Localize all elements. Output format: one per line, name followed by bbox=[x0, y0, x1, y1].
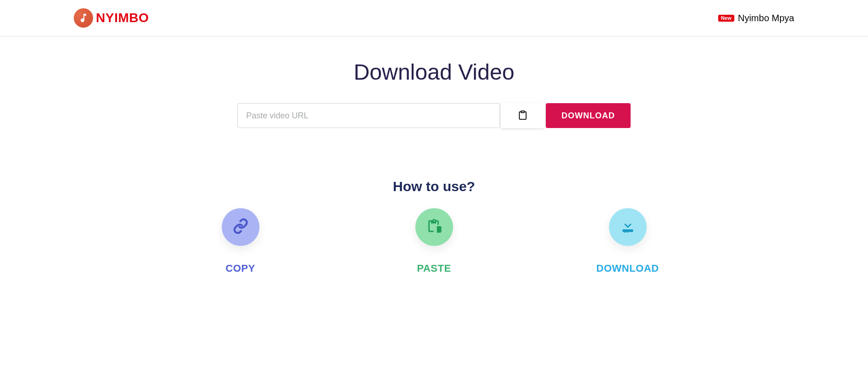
paste-button[interactable] bbox=[501, 103, 545, 128]
how-to-use-title: How to use? bbox=[167, 179, 702, 194]
step-download-circle bbox=[609, 208, 647, 246]
link-icon bbox=[233, 218, 248, 236]
download-button[interactable]: DOWNLOAD bbox=[546, 103, 631, 128]
site-header: NYIMBO New Nyimbo Mpya bbox=[0, 0, 868, 36]
video-url-input[interactable] bbox=[237, 103, 500, 128]
url-input-row: DOWNLOAD bbox=[167, 103, 702, 128]
logo-text: NYIMBO bbox=[96, 11, 149, 25]
new-badge: New bbox=[718, 15, 734, 22]
step-paste: PASTE bbox=[374, 208, 494, 274]
page-title: Download Video bbox=[167, 59, 702, 85]
svg-rect-1 bbox=[622, 229, 633, 232]
svg-rect-0 bbox=[521, 111, 524, 112]
step-download: DOWNLOAD bbox=[568, 208, 688, 274]
steps-row: COPY PASTE bbox=[181, 208, 688, 274]
nav-link-label: Nyimbo Mpya bbox=[738, 13, 794, 23]
main-content: Download Video DOWNLOAD How to use? bbox=[158, 36, 711, 302]
download-icon bbox=[620, 218, 636, 236]
paste-icon bbox=[426, 218, 442, 236]
step-copy-label: COPY bbox=[225, 263, 255, 274]
step-paste-label: PASTE bbox=[417, 263, 451, 274]
logo[interactable]: NYIMBO bbox=[74, 8, 149, 28]
step-copy-circle bbox=[222, 208, 260, 246]
step-download-label: DOWNLOAD bbox=[596, 263, 659, 274]
step-paste-circle bbox=[415, 208, 453, 246]
clipboard-icon bbox=[518, 110, 528, 122]
music-note-icon bbox=[74, 8, 93, 28]
step-copy: COPY bbox=[181, 208, 301, 274]
nav-link-nyimbo-mpya[interactable]: New Nyimbo Mpya bbox=[718, 13, 794, 23]
